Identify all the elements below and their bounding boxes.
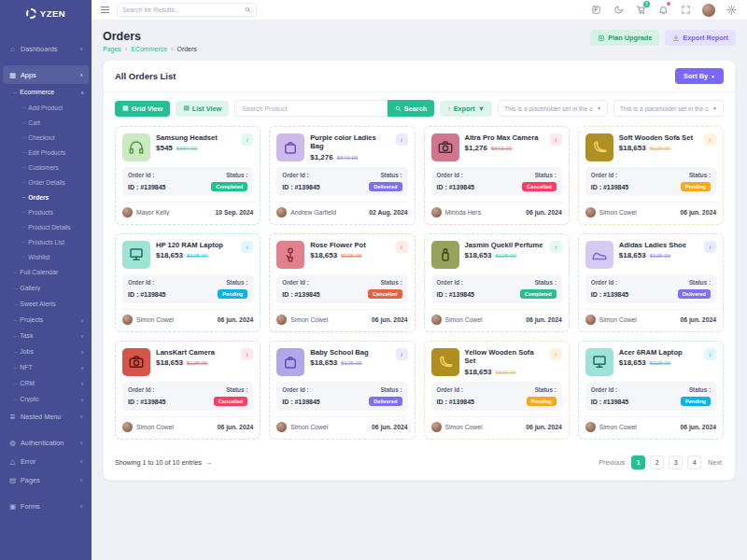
- language-icon[interactable]: [590, 4, 602, 16]
- export-button[interactable]: ↑ Export ▼: [440, 101, 492, 117]
- export-report-button[interactable]: Export Report: [665, 30, 736, 46]
- order-card: LansKart Camera $18,653 $125.00 i Order …: [115, 341, 261, 440]
- info-button[interactable]: i: [704, 133, 716, 146]
- sidebar-item-error[interactable]: △Error∨: [3, 452, 89, 470]
- pagination-next[interactable]: Next: [706, 458, 724, 467]
- order-card: Acer 6RAM Laptop $18,653 $125.00 i Order…: [578, 341, 724, 440]
- sidebar-item-full-calendar[interactable]: –Full Calendar: [0, 264, 92, 280]
- search-button[interactable]: Search: [388, 100, 434, 117]
- global-search-input[interactable]: [122, 7, 241, 13]
- breadcrumb-ecommerce[interactable]: ECommerce: [131, 46, 167, 52]
- sidebar-item-label: Edit Products: [28, 149, 65, 156]
- list-view-button[interactable]: ▤ List View: [176, 101, 229, 117]
- sidebar-item-jobs[interactable]: –Jobs∨: [0, 343, 92, 359]
- gear-icon[interactable]: [726, 4, 738, 16]
- order-date: 06 jun. 2024: [680, 209, 716, 216]
- product-name: HP 120 RAM Laptop: [156, 241, 235, 249]
- list-icon: ▤: [183, 105, 190, 112]
- sidebar-item-projects[interactable]: –Projects∨: [0, 312, 92, 328]
- status-label: Status :: [535, 386, 557, 393]
- menu-toggle-icon[interactable]: [101, 7, 109, 14]
- chevron-down-icon: ∨: [79, 46, 83, 51]
- sidebar-item-orders[interactable]: –Orders: [0, 189, 92, 204]
- sidebar-item-gallery[interactable]: –Gallery: [0, 280, 92, 296]
- product-price: $18,653: [310, 358, 337, 367]
- product-old-price: $125.00: [495, 252, 515, 259]
- expand-icon[interactable]: [680, 4, 692, 16]
- sidebar-item-dashboards[interactable]: ⌂Dashboards∨: [3, 39, 89, 58]
- chevron-down-icon: ∨: [80, 317, 84, 323]
- info-button[interactable]: i: [704, 241, 716, 253]
- status-badge: Cancelled: [522, 182, 556, 191]
- pagination-page-2[interactable]: 2: [650, 455, 664, 469]
- search-icon[interactable]: [245, 7, 251, 13]
- sidebar-section-web-apps: [0, 58, 92, 65]
- info-button[interactable]: i: [550, 133, 562, 146]
- chevron-down-icon: ▼: [597, 105, 601, 111]
- product-image: [431, 348, 459, 376]
- pagination-page-1[interactable]: 1: [631, 455, 645, 469]
- sidebar-section-main: [0, 32, 92, 39]
- customer-avatar: [276, 422, 287, 432]
- sidebar-item-checkout[interactable]: –Checkout: [0, 130, 92, 145]
- sidebar-item-pages[interactable]: ▤Pages∨: [3, 470, 89, 489]
- sidebar-item-cart[interactable]: –Cart: [0, 115, 92, 130]
- info-button[interactable]: i: [550, 241, 562, 253]
- dark-mode-moon-icon[interactable]: [613, 4, 625, 16]
- sidebar-item-order-details[interactable]: –Order Details: [0, 175, 92, 189]
- dash-icon: –: [22, 134, 25, 140]
- sidebar-item-forms[interactable]: ▣Forms∨: [3, 497, 89, 515]
- filter-select-1[interactable]: This is a placeholder set in the config …: [498, 100, 608, 117]
- sort-by-button[interactable]: Sort By▼: [675, 68, 724, 84]
- info-button[interactable]: i: [550, 348, 562, 360]
- info-button[interactable]: i: [241, 241, 253, 253]
- pagination-previous[interactable]: Previous: [597, 458, 627, 467]
- sidebar-item-products[interactable]: –Products: [0, 204, 92, 219]
- info-button[interactable]: i: [396, 348, 408, 360]
- sidebar-item-wishlist[interactable]: –Wishlist: [0, 249, 92, 264]
- sidebar-item-edit-products[interactable]: –Edit Products: [0, 145, 92, 160]
- order-id-label: Order Id :: [128, 386, 154, 393]
- order-id-value: ID : #139845: [437, 291, 474, 298]
- sidebar-item-nested-menu[interactable]: ≣Nested Menu∨: [3, 407, 89, 426]
- status-badge: Delivered: [369, 397, 402, 406]
- sidebar-item-nft[interactable]: –NFT∨: [0, 359, 92, 375]
- info-button[interactable]: i: [241, 348, 253, 360]
- dash-icon: –: [22, 179, 25, 185]
- bell-icon[interactable]: [657, 4, 669, 16]
- filter-select-2[interactable]: This is a placeholder set in the config …: [613, 100, 724, 117]
- sidebar-item-apps[interactable]: ▦Apps∧: [3, 65, 89, 84]
- sidebar-item-product-details[interactable]: –Product Details: [0, 219, 92, 234]
- breadcrumb-pages[interactable]: Pages: [103, 46, 121, 52]
- sidebar-item-ecommerce[interactable]: –Ecommerce∧: [0, 84, 92, 100]
- product-icon: [439, 142, 452, 152]
- status-badge: Cancelled: [368, 289, 402, 299]
- sidebar-item-crypto[interactable]: –Crypto∨: [0, 391, 92, 407]
- pagination-page-3[interactable]: 3: [669, 455, 683, 469]
- user-avatar[interactable]: [702, 4, 715, 17]
- sidebar-item-add-product[interactable]: –Add Product: [0, 100, 92, 115]
- sidebar-item-sweet-alerts[interactable]: –Sweet Alerts: [0, 296, 92, 312]
- product-old-price: $125.00: [650, 252, 670, 259]
- sidebar-item-customers[interactable]: –Customers: [0, 160, 92, 175]
- app-logo[interactable]: YZEN: [0, 0, 92, 26]
- sidebar-item-task[interactable]: –Task∨: [0, 328, 92, 343]
- sidebar-item-products-list[interactable]: –Products List: [0, 234, 92, 249]
- info-button[interactable]: i: [241, 133, 253, 146]
- sidebar-item-crm[interactable]: –CRM∨: [0, 375, 92, 391]
- pagination-page-4[interactable]: 4: [687, 455, 701, 469]
- order-id-value: ID : #139845: [282, 291, 319, 298]
- product-search-input[interactable]: [234, 100, 388, 117]
- chevron-down-icon: ∨: [79, 413, 83, 419]
- plan-upgrade-button[interactable]: Plan Upgrade: [590, 30, 659, 46]
- info-button[interactable]: i: [396, 241, 408, 253]
- dash-icon: –: [22, 194, 25, 200]
- grid-view-button[interactable]: ▦ Grid View: [115, 101, 170, 117]
- info-button[interactable]: i: [704, 348, 716, 360]
- sidebar-item-authentication[interactable]: ◍Authentication∨: [3, 433, 89, 452]
- product-image: [276, 348, 304, 376]
- product-icon: [595, 142, 606, 151]
- order-date: 06 jun. 2024: [526, 424, 562, 430]
- info-button[interactable]: i: [396, 133, 408, 146]
- cart-icon[interactable]: 5: [635, 4, 647, 16]
